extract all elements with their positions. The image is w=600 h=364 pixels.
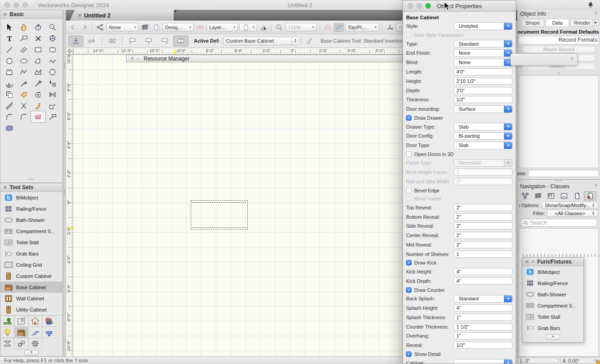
height-field[interactable]: 2'10 1/2" — [454, 78, 512, 85]
forward-view-button[interactable] — [79, 23, 89, 32]
view-dropdown[interactable]: Top/Pl...▾ — [345, 23, 379, 31]
bevel-edge-checkbox[interactable] — [406, 188, 412, 193]
depth-field[interactable]: 2'0" — [454, 87, 512, 94]
align-left-mode-button[interactable] — [125, 35, 140, 47]
tool-search-icon[interactable] — [258, 23, 268, 32]
kick-depth-field[interactable]: 4" — [454, 277, 512, 285]
trim-tool[interactable] — [17, 100, 31, 111]
class-search-input[interactable]: Search — [520, 219, 597, 227]
connect-combine-tool[interactable] — [45, 111, 60, 122]
tool-set-category-dims-notes[interactable] — [28, 327, 42, 338]
tool-set-item-utility-cabinet[interactable]: Utility Cabinet — [0, 304, 62, 315]
fillet-tool[interactable] — [45, 100, 60, 111]
tool-set-item-railing-fence[interactable]: Railing/Fence — [0, 203, 62, 214]
close-tab-icon[interactable]: ✕ — [78, 13, 82, 18]
tool-set-category-3d-modeling[interactable] — [42, 316, 56, 327]
help-icon[interactable]: ? — [594, 183, 597, 190]
space-tool[interactable] — [2, 122, 17, 134]
top-reveal-field[interactable]: 2" — [454, 204, 512, 211]
tab-shape[interactable]: Shape — [521, 19, 544, 27]
standard-insertion-mode-button[interactable] — [68, 35, 83, 47]
knife-tool[interactable] — [2, 100, 17, 111]
sheet-icon[interactable] — [151, 23, 161, 32]
pan-tool[interactable] — [17, 22, 31, 33]
back-splash-dropdown[interactable]: Standard▼ — [454, 295, 512, 303]
angle-readout-field[interactable]: A: 0.00° — [561, 358, 594, 364]
splash-thickness-field[interactable]: 1" — [454, 314, 512, 321]
tool-set-category-lighting[interactable] — [0, 327, 14, 338]
draw-kick-checkbox[interactable]: ✓ — [406, 260, 412, 265]
draw-drawer-checkbox[interactable]: ✓ — [406, 115, 412, 121]
center-reveal-field[interactable]: 2" — [454, 232, 512, 239]
record-name-field[interactable] — [528, 170, 599, 177]
circle-tool[interactable] — [2, 55, 17, 66]
overhang-field[interactable]: 1" — [454, 332, 512, 339]
chain-mode-button[interactable] — [105, 35, 120, 47]
tool-set-category-structural[interactable] — [0, 338, 14, 349]
extrude-tool[interactable] — [45, 33, 60, 44]
resize-grip[interactable] — [596, 360, 600, 364]
rail-and-stile-width-field[interactable]: 2" — [454, 178, 512, 185]
modify-tool[interactable] — [31, 100, 45, 111]
cabinet-dropdown[interactable]: ▼ — [454, 359, 512, 364]
scale-tool[interactable] — [2, 89, 17, 100]
thickness-field[interactable]: 1/2" — [454, 96, 512, 103]
show-detail-checkbox[interactable]: ✓ — [406, 351, 412, 357]
class-filter-dropdown[interactable]: <All Classes>▲▼ — [547, 210, 598, 217]
attach-record-button[interactable]: Attach Record — [522, 46, 596, 53]
drawer-type-dropdown[interactable]: Slab▼ — [454, 123, 512, 130]
active-def-dropdown[interactable]: Custom Base Cabinet▲▼ — [223, 37, 299, 45]
tool-set-item-wall-cabinet[interactable]: Wall Cabinet — [0, 293, 62, 304]
viewports-tab[interactable] — [558, 191, 570, 200]
design-layer-dropdown[interactable]: Desig...▾ — [162, 23, 194, 31]
door-config-dropdown[interactable]: Bi-parting▼ — [454, 132, 512, 140]
close-palette-icon[interactable]: ✕ — [3, 185, 7, 191]
visibility-tool[interactable] — [45, 78, 60, 89]
flyover-tool[interactable] — [31, 22, 45, 33]
navigation-header[interactable]: Navigation - Classes ? — [517, 182, 600, 191]
tool-set-item-bimobject[interactable]: bBIMobject — [0, 192, 62, 203]
palette-drawer-button[interactable]: ▾ — [24, 350, 39, 355]
tool-set-category-furnishings[interactable] — [14, 327, 28, 338]
bevel-inside-checkbox[interactable] — [406, 196, 412, 201]
furn-item-toilet-stall[interactable]: Toilet Stall — [522, 311, 583, 322]
draw-counter-checkbox[interactable]: ✓ — [406, 287, 412, 293]
furn-item-grab-bars[interactable]: Grab Bars — [522, 322, 583, 334]
saved-views-dropdown[interactable]: None▾ — [106, 23, 139, 31]
notification-bell-icon[interactable] — [587, 1, 595, 9]
freehand-tool[interactable] — [45, 55, 60, 66]
class-layer-dropdown[interactable]: Layer...▾ — [206, 23, 238, 31]
zoom-level-field[interactable]: 115%▾ — [285, 23, 317, 31]
back-view-button[interactable] — [68, 23, 78, 32]
hide-style-parameters-checkbox[interactable] — [406, 32, 412, 38]
tool-set-item-grab-bars[interactable]: Grab Bars — [0, 248, 62, 259]
length-readout-field[interactable]: L: 0" — [518, 358, 559, 364]
text-tool[interactable]: T — [2, 33, 17, 44]
help-icon[interactable]: ? — [594, 11, 597, 17]
open-doors-in-3d-checkbox[interactable] — [406, 152, 412, 157]
tool-set-item-compartment-s-[interactable]: Compartment S... — [0, 225, 62, 237]
type-dropdown[interactable]: Standard▼ — [454, 40, 512, 48]
rotate-plan-icon[interactable]: x — [385, 23, 395, 32]
tab-render[interactable]: Render — [570, 19, 594, 27]
style-dropdown[interactable]: Unstyled▼ — [454, 22, 512, 30]
corner-fillet-tool[interactable] — [17, 111, 31, 122]
double-line-tool[interactable] — [17, 44, 31, 55]
close-palette-icon[interactable]: ✕ — [3, 12, 7, 17]
spiral-tool[interactable] — [2, 78, 17, 89]
furn-item-compartment-s-[interactable]: Compartment S... — [522, 300, 583, 311]
design-layers-tab[interactable] — [532, 191, 544, 200]
tool-set-category-building-shell[interactable] — [28, 316, 42, 327]
tool-set-category-plumbing[interactable] — [42, 327, 56, 338]
palette-resize-grip[interactable]: ••• — [0, 177, 62, 182]
classes-tab[interactable] — [519, 191, 531, 200]
polygon-tool[interactable] — [2, 66, 17, 78]
tag-tool[interactable] — [17, 89, 31, 100]
delete-tool[interactable] — [31, 33, 45, 44]
sheet-layers-tab[interactable] — [545, 191, 557, 200]
arch-height-factor-field[interactable]: 1 — [454, 169, 512, 176]
dialog-minimize-button[interactable] — [416, 3, 422, 9]
cabinet-insertion-preview[interactable] — [191, 200, 248, 230]
saved-views-icon[interactable] — [95, 23, 105, 32]
layer-options-icon[interactable] — [140, 23, 150, 32]
